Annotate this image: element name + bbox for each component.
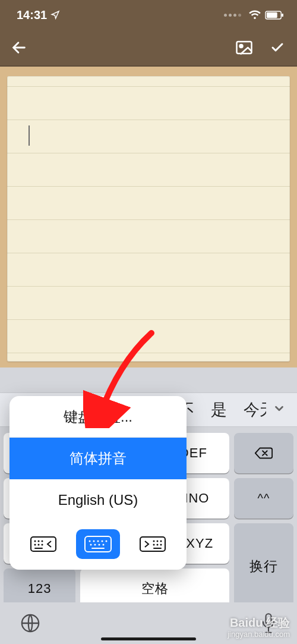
status-bar: 14:31 [0, 0, 297, 30]
watermark-url: jingyan.baidu.com [228, 630, 290, 639]
watermark: Baidu 经验 jingyan.baidu.com [228, 615, 290, 639]
keyboard-right-icon [138, 535, 167, 553]
note-background [0, 67, 297, 367]
keyboard-left-icon [29, 535, 58, 553]
layout-left-button[interactable] [21, 529, 65, 559]
chevron-down-icon [273, 402, 286, 415]
keyboard-full-icon [83, 535, 113, 554]
location-icon [50, 10, 60, 20]
svg-rect-1 [267, 12, 277, 17]
layout-full-button[interactable] [76, 529, 120, 559]
note-editor[interactable] [7, 76, 290, 362]
candidate-item[interactable]: 是 [204, 399, 233, 420]
keyboard-switcher-popup: 键盘设置... 简体拼音 English (US) [10, 396, 187, 570]
text-cursor [29, 125, 30, 146]
return-key[interactable]: 换行 [234, 523, 293, 609]
cellular-icon [224, 14, 241, 17]
candidate-item[interactable]: 今天 [237, 399, 266, 420]
globe-icon[interactable] [20, 613, 40, 633]
backspace-icon [254, 446, 273, 460]
svg-rect-13 [85, 536, 111, 552]
watermark-brand: Baidu 经验 [228, 615, 290, 630]
app-toolbar [0, 30, 297, 67]
keyboard-option-english[interactable]: English (US) [10, 479, 187, 521]
battery-icon [265, 11, 284, 20]
key-emoji[interactable]: ^^ [234, 478, 293, 519]
keyboard-option-pinyin[interactable]: 简体拼音 [10, 438, 187, 479]
confirm-icon[interactable] [268, 40, 286, 55]
wifi-icon [248, 10, 261, 20]
layout-right-button[interactable] [131, 529, 175, 559]
status-time: 14:31 [17, 8, 47, 22]
keyboard-settings-option[interactable]: 键盘设置... [10, 396, 187, 438]
backspace-key[interactable] [234, 433, 293, 473]
image-icon[interactable] [235, 40, 253, 55]
home-indicator[interactable] [101, 637, 196, 640]
back-icon[interactable] [11, 39, 27, 56]
svg-point-4 [240, 45, 243, 48]
svg-rect-2 [282, 13, 283, 17]
collapse-candidates-button[interactable] [266, 401, 292, 419]
